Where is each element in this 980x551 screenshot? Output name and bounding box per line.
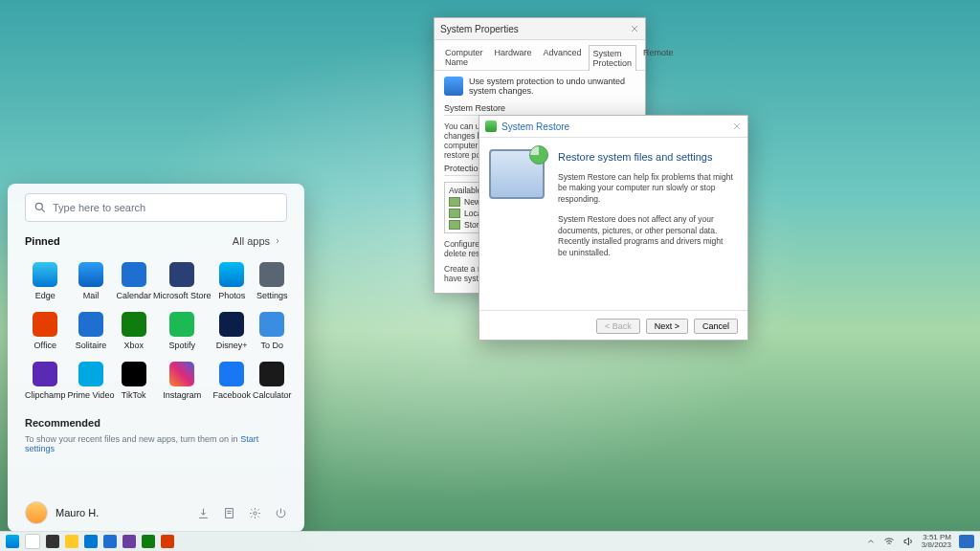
- power-icon[interactable]: [275, 507, 287, 519]
- tile-label: Microsoft Store: [153, 291, 212, 300]
- tile-label: To Do: [260, 341, 283, 350]
- tab[interactable]: Computer Name: [440, 44, 488, 70]
- pinned-tile[interactable]: Spotify: [153, 308, 212, 354]
- pinned-tile[interactable]: Settings: [253, 258, 292, 304]
- pinned-tile[interactable]: Office: [25, 308, 66, 354]
- tile-label: Photos: [218, 291, 245, 300]
- tabstrip: Computer NameHardwareAdvancedSystem Prot…: [434, 40, 645, 71]
- svg-point-5: [254, 511, 256, 514]
- wifi-icon[interactable]: [883, 536, 895, 547]
- svg-point-0: [35, 203, 42, 209]
- tile-label: Solitaire: [76, 341, 107, 350]
- pinned-grid: EdgeMailCalendarMicrosoft StorePhotosSet…: [25, 258, 287, 404]
- chevron-right-icon: [274, 237, 281, 245]
- tile-label: TikTok: [122, 390, 146, 400]
- cancel-button[interactable]: Cancel: [694, 319, 738, 334]
- close-icon[interactable]: [630, 24, 639, 33]
- volume-icon[interactable]: [902, 536, 914, 547]
- pinned-tile[interactable]: Calendar: [116, 258, 151, 304]
- search-input[interactable]: Type here to search: [25, 193, 287, 222]
- taskbar-app-4[interactable]: [161, 535, 174, 548]
- system-restore-wizard: System Restore Restore system files and …: [479, 115, 748, 341]
- tab[interactable]: Advanced: [539, 44, 587, 70]
- titlebar[interactable]: System Restore: [479, 116, 747, 138]
- app-icon: [169, 312, 194, 337]
- avatar: [25, 501, 48, 524]
- search-placeholder: Type here to search: [53, 202, 145, 213]
- app-icon: [169, 262, 194, 287]
- app-icon: [33, 362, 57, 386]
- app-icon: [259, 262, 284, 287]
- tile-label: Spotify: [168, 341, 195, 350]
- app-icon: [78, 262, 103, 287]
- tile-label: Xbox: [123, 341, 144, 350]
- downloads-icon[interactable]: [197, 507, 210, 519]
- file-explorer-button[interactable]: [65, 535, 78, 548]
- pinned-tile[interactable]: Clipchamp: [25, 358, 66, 404]
- app-icon: [259, 362, 284, 386]
- pinned-tile[interactable]: Xbox: [116, 308, 151, 354]
- system-restore-group-label: System Restore: [444, 103, 505, 113]
- chevron-up-icon[interactable]: [866, 537, 876, 546]
- taskbar-app-3[interactable]: [142, 535, 155, 548]
- tab[interactable]: Hardware: [490, 44, 537, 70]
- tile-label: Prime Video: [68, 390, 115, 400]
- recommended-section: Recommended To show your recent files an…: [25, 417, 287, 453]
- taskbar: 3:51 PM 3/8/2023: [0, 531, 980, 551]
- tile-label: Instagram: [163, 390, 201, 400]
- app-icon: [78, 312, 103, 337]
- all-apps-button[interactable]: All apps: [227, 233, 287, 249]
- app-icon: [169, 362, 194, 386]
- next-button[interactable]: Next >: [646, 319, 688, 334]
- tile-label: Clipchamp: [25, 390, 66, 400]
- pinned-tile[interactable]: TikTok: [116, 358, 151, 404]
- app-icon: [259, 312, 284, 337]
- close-icon[interactable]: [732, 121, 742, 131]
- tile-label: Disney+: [216, 341, 248, 350]
- app-icon: [122, 262, 146, 287]
- drive-icon: [449, 209, 460, 218]
- pinned-tile[interactable]: Instagram: [153, 358, 212, 404]
- pinned-tile[interactable]: Solitaire: [68, 308, 115, 354]
- drive-icon: [449, 197, 460, 207]
- drive-icon: [449, 220, 460, 230]
- pinned-tile[interactable]: Disney+: [212, 308, 251, 354]
- tile-label: Edge: [35, 291, 56, 300]
- user-account-button[interactable]: Mauro H.: [25, 501, 99, 524]
- app-icon: [78, 362, 103, 386]
- documents-icon[interactable]: [223, 507, 235, 519]
- taskbar-app-1[interactable]: [103, 535, 117, 548]
- settings-icon[interactable]: [249, 507, 261, 519]
- pinned-tile[interactable]: To Do: [253, 308, 292, 354]
- app-icon: [122, 312, 146, 337]
- tile-label: Mail: [83, 291, 100, 300]
- pinned-tile[interactable]: Calculator: [253, 358, 292, 404]
- app-icon: [219, 312, 244, 337]
- pinned-tile[interactable]: Microsoft Store: [153, 258, 212, 304]
- pinned-tile[interactable]: Photos: [212, 258, 251, 304]
- pinned-tile[interactable]: Prime Video: [68, 358, 115, 404]
- back-button: < Back: [596, 319, 640, 334]
- tile-label: Settings: [256, 291, 288, 300]
- start-button[interactable]: [6, 535, 19, 548]
- titlebar[interactable]: System Properties: [434, 18, 645, 40]
- tab[interactable]: System Protection: [589, 45, 637, 71]
- app-icon: [219, 262, 244, 287]
- pinned-heading: Pinned: [25, 235, 60, 247]
- edge-button[interactable]: [84, 535, 98, 548]
- svg-marker-10: [904, 538, 909, 545]
- app-icon: [33, 312, 57, 337]
- pinned-tile[interactable]: Mail: [68, 258, 115, 304]
- shield-icon: [444, 77, 463, 96]
- notifications-button[interactable]: [959, 535, 974, 548]
- pinned-tile[interactable]: Edge: [25, 258, 66, 304]
- task-view-button[interactable]: [46, 535, 59, 548]
- tile-label: Office: [34, 341, 56, 350]
- pinned-tile[interactable]: Facebook: [212, 358, 251, 404]
- taskbar-app-2[interactable]: [122, 535, 136, 548]
- search-button[interactable]: [25, 534, 40, 549]
- taskbar-clock[interactable]: 3:51 PM 3/8/2023: [922, 534, 951, 549]
- app-icon: [33, 262, 57, 287]
- start-menu: Type here to search Pinned All apps Edge…: [8, 184, 304, 532]
- tab[interactable]: Remote: [638, 44, 679, 70]
